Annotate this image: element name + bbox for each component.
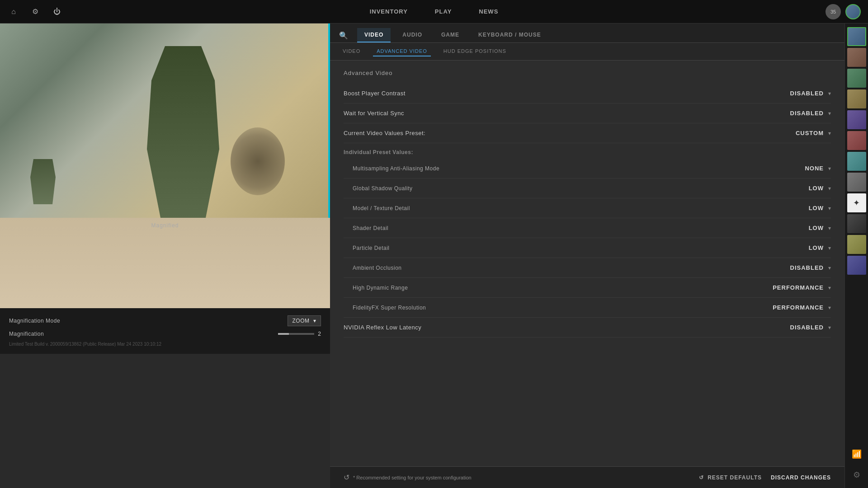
- game-screenshot-top: [0, 23, 330, 218]
- tab-game[interactable]: GAME: [434, 28, 467, 42]
- bottom-controls: Magnification Mode ZOOM ▾ Magnification …: [0, 308, 330, 354]
- sidebar-avatar-4[interactable]: [847, 89, 866, 108]
- setting-name-texture: Model / Texture Detail: [353, 205, 410, 211]
- setting-row-texture: Model / Texture Detail LOW ▾: [344, 198, 831, 218]
- sidebar-avatar-5[interactable]: [847, 110, 866, 129]
- top-bar-right: 35: [826, 4, 861, 19]
- chevron-preset: ▾: [828, 130, 831, 136]
- bottom-bar: ↺ * Recommended setting for your system …: [330, 466, 844, 488]
- chevron-vsync: ▾: [828, 110, 831, 117]
- setting-row-hdr: High Dynamic Range PERFORMANCE ▾: [344, 278, 831, 298]
- setting-value-hdr[interactable]: PERFORMANCE ▾: [773, 284, 831, 291]
- user-level: 35: [826, 4, 841, 19]
- magnification-mode-chevron: ▾: [313, 318, 316, 324]
- sidebar-avatar-1[interactable]: [847, 27, 866, 46]
- sub-tab-video[interactable]: VIDEO: [339, 47, 364, 56]
- magnification-mode-dropdown[interactable]: ZOOM ▾: [288, 315, 321, 326]
- nav-inventory[interactable]: INVENTORY: [370, 8, 408, 15]
- nav-play[interactable]: PLAY: [435, 8, 452, 15]
- tab-video[interactable]: VIDEO: [357, 28, 391, 42]
- setting-value-text-hdr: PERFORMANCE: [773, 284, 824, 291]
- setting-name-nvidia-reflex: NVIDIA Reflex Low Latency: [344, 324, 421, 331]
- reset-label: RESET DEFAULTS: [708, 474, 762, 481]
- setting-row-shadow: Global Shadow Quality LOW ▾: [344, 178, 831, 198]
- setting-value-msaa[interactable]: NONE ▾: [805, 165, 831, 172]
- setting-name-boost-contrast: Boost Player Contrast: [344, 90, 406, 97]
- setting-value-vsync[interactable]: DISABLED ▾: [790, 110, 831, 117]
- recommend-text-label: * Recommended setting for your system co…: [353, 475, 472, 480]
- search-icon[interactable]: 🔍: [339, 31, 348, 40]
- chevron-particle: ▾: [828, 245, 831, 251]
- sub-tab-hud-edge[interactable]: HUD EDGE POSITIONS: [440, 47, 510, 56]
- sidebar-avatar-9[interactable]: ✦: [847, 193, 866, 212]
- refresh-icon: ↺: [344, 473, 349, 482]
- recommend-text: ↺ * Recommended setting for your system …: [344, 473, 472, 482]
- setting-name-shader: Shader Detail: [353, 225, 388, 231]
- reset-defaults-button[interactable]: ↺ RESET DEFAULTS: [699, 474, 762, 481]
- setting-value-text-shadow: LOW: [809, 185, 824, 192]
- setting-value-nvidia-reflex[interactable]: DISABLED ▾: [790, 324, 831, 331]
- setting-row-nvidia-reflex: NVIDIA Reflex Low Latency DISABLED ▾: [344, 318, 831, 338]
- setting-name-hdr: High Dynamic Range: [353, 285, 408, 291]
- setting-value-preset[interactable]: CUSTOM ▾: [796, 130, 831, 136]
- tab-audio[interactable]: AUDIO: [395, 28, 429, 42]
- setting-row-preset: Current Video Values Preset: CUSTOM ▾: [344, 123, 831, 143]
- setting-value-text-shader: LOW: [809, 225, 824, 231]
- setting-value-particle[interactable]: LOW ▾: [809, 244, 831, 251]
- sidebar-avatar-6[interactable]: [847, 131, 866, 150]
- cyan-indicator: [328, 23, 330, 218]
- setting-value-ao[interactable]: DISABLED ▾: [790, 264, 831, 271]
- setting-value-texture[interactable]: LOW ▾: [809, 205, 831, 211]
- setting-name-particle: Particle Detail: [353, 245, 390, 251]
- sidebar-avatar-10[interactable]: [847, 214, 866, 233]
- setting-value-text-ao: DISABLED: [790, 264, 824, 271]
- magnification-label: Magnification: [9, 331, 44, 337]
- sub-tab-advanced-video[interactable]: ADVANCED VIDEO: [373, 47, 431, 56]
- settings-icon[interactable]: ⚙: [29, 5, 42, 18]
- setting-value-boost-contrast[interactable]: DISABLED ▾: [790, 90, 831, 97]
- magnification-mode-row: Magnification Mode ZOOM ▾: [9, 315, 321, 326]
- tab-keyboard-mouse[interactable]: KEYBOARD / MOUSE: [471, 28, 548, 42]
- sidebar-wifi-icon[interactable]: 📶: [847, 445, 866, 464]
- right-panel: 🔍 VIDEO AUDIO GAME KEYBOARD / MOUSE VIDE…: [330, 23, 844, 488]
- setting-value-text-nvidia-reflex: DISABLED: [790, 324, 824, 331]
- chevron-shader: ▾: [828, 225, 831, 231]
- sidebar-avatar-8[interactable]: [847, 173, 866, 192]
- left-panel: Magnified Magnification Mode ZOOM ▾ Magn…: [0, 23, 330, 488]
- top-bar-left: ⌂ ⚙ ⏻: [7, 5, 63, 18]
- setting-name-preset: Current Video Values Preset:: [344, 130, 425, 136]
- sidebar-avatar-2[interactable]: [847, 48, 866, 67]
- reset-icon: ↺: [699, 474, 704, 481]
- setting-value-text-preset: CUSTOM: [796, 130, 824, 136]
- chevron-msaa: ▾: [828, 165, 831, 172]
- setting-value-shader[interactable]: LOW ▾: [809, 225, 831, 231]
- setting-value-text-particle: LOW: [809, 244, 824, 251]
- chevron-ao: ▾: [828, 265, 831, 271]
- setting-row-boost-contrast: Boost Player Contrast DISABLED ▾: [344, 84, 831, 103]
- main-tab-bar: 🔍 VIDEO AUDIO GAME KEYBOARD / MOUSE: [330, 23, 844, 43]
- sidebar-avatar-7[interactable]: [847, 152, 866, 171]
- setting-value-shadow[interactable]: LOW ▾: [809, 185, 831, 192]
- sidebar-settings-icon[interactable]: ⚙: [847, 465, 866, 484]
- setting-value-text-boost-contrast: DISABLED: [790, 90, 824, 97]
- nav-news[interactable]: NEWS: [479, 8, 498, 15]
- setting-name-msaa: Multisampling Anti-Aliasing Mode: [353, 165, 439, 172]
- discard-changes-button[interactable]: DISCARD CHANGES: [771, 474, 831, 481]
- smoke-effect: [231, 127, 285, 195]
- setting-name-fsr: FidelityFX Super Resolution: [353, 305, 426, 311]
- sidebar-avatar-12[interactable]: [847, 256, 866, 275]
- sidebar-avatar-11[interactable]: [847, 235, 866, 254]
- sidebar-avatar-3[interactable]: [847, 69, 866, 88]
- magnification-slider[interactable]: [278, 333, 314, 335]
- setting-value-fsr[interactable]: PERFORMANCE ▾: [773, 304, 831, 311]
- chevron-boost-contrast: ▾: [828, 90, 831, 97]
- user-avatar[interactable]: [845, 4, 861, 19]
- setting-name-ao: Ambient Occlusion: [353, 265, 402, 271]
- setting-row-shader: Shader Detail LOW ▾: [344, 218, 831, 238]
- magnification-row: Magnification 2: [9, 331, 321, 337]
- version-text: Limited Test Build v. 2000059/13862 (Pub…: [9, 342, 321, 347]
- individual-preset-label: Individual Preset Values:: [344, 149, 413, 155]
- power-icon[interactable]: ⏻: [51, 5, 63, 18]
- sub-tab-bar: VIDEO ADVANCED VIDEO HUD EDGE POSITIONS: [330, 43, 844, 61]
- home-icon[interactable]: ⌂: [7, 5, 20, 18]
